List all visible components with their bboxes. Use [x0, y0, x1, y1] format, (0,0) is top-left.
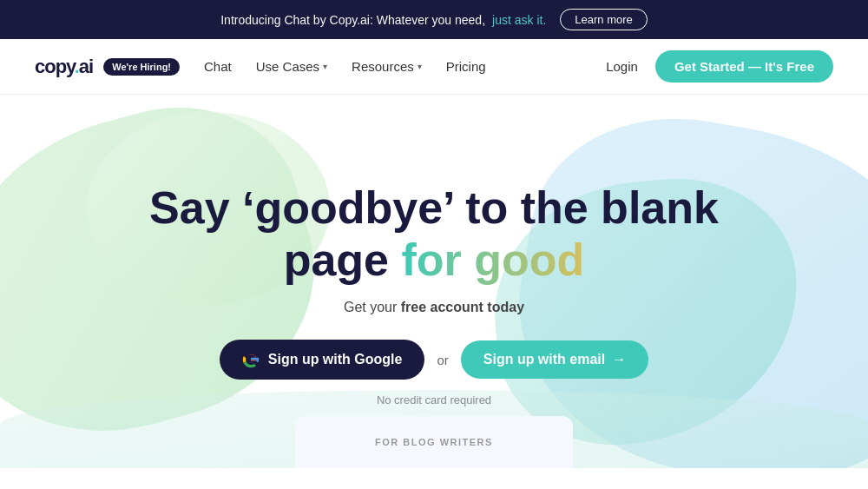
top-banner: Introducing Chat by Copy.ai: Whatever yo… — [0, 0, 868, 39]
logo-ai: ai — [79, 56, 93, 77]
learn-more-button[interactable]: Learn more — [560, 9, 647, 30]
banner-intro-text: Introducing Chat by Copy.ai: Whatever yo… — [220, 13, 485, 27]
nav-pricing[interactable]: Pricing — [446, 59, 486, 74]
hero-section: Say ‘goodbye’ to the blank page for good… — [0, 95, 868, 468]
hero-content: Say ‘goodbye’ to the blank page for good… — [132, 182, 736, 407]
no-credit-card-text: No credit card required — [149, 393, 719, 406]
bottom-card-hint: FOR BLOG WRITERS — [295, 416, 573, 468]
nav-links: Chat Use Cases ▾ Resources ▾ Pricing — [204, 59, 606, 74]
hero-subtitle-prefix: Get your — [344, 300, 401, 314]
nav-chat[interactable]: Chat — [204, 59, 232, 74]
hero-subtitle-bold: free account today — [401, 300, 524, 314]
signup-row: Sign up with Google or Sign up with emai… — [149, 340, 719, 380]
logo: copy.ai — [35, 56, 93, 78]
banner-highlight: just ask it. — [492, 13, 546, 27]
logo-text: copy — [35, 56, 75, 77]
nav-right: Login Get Started — It's Free — [606, 50, 833, 83]
google-signup-label: Sign up with Google — [268, 352, 403, 367]
nav-use-cases[interactable]: Use Cases ▾ — [256, 59, 327, 74]
navbar: copy.ai We're Hiring! Chat Use Cases ▾ R… — [0, 39, 868, 95]
hero-title-highlight: for good — [401, 235, 584, 285]
email-signup-label: Sign up with email — [483, 352, 605, 367]
hero-title: Say ‘goodbye’ to the blank page for good — [149, 182, 719, 287]
or-text: or — [437, 353, 448, 367]
bottom-card-label: FOR BLOG WRITERS — [375, 437, 493, 447]
hero-subtitle: Get your free account today — [149, 300, 719, 315]
nav-resources[interactable]: Resources ▾ — [352, 59, 422, 74]
resources-chevron: ▾ — [418, 62, 422, 71]
get-started-button[interactable]: Get Started — It's Free — [655, 50, 833, 83]
google-icon — [242, 351, 260, 368]
email-signup-button[interactable]: Sign up with email → — [461, 340, 648, 379]
use-cases-chevron: ▾ — [323, 62, 327, 71]
hero-title-line1: Say ‘goodbye’ to the blank — [149, 182, 719, 233]
google-signup-button[interactable]: Sign up with Google — [220, 340, 425, 380]
hiring-badge: We're Hiring! — [103, 58, 180, 76]
hero-title-line2-prefix: page — [284, 235, 402, 285]
arrow-icon: → — [612, 352, 626, 367]
login-button[interactable]: Login — [606, 59, 638, 74]
